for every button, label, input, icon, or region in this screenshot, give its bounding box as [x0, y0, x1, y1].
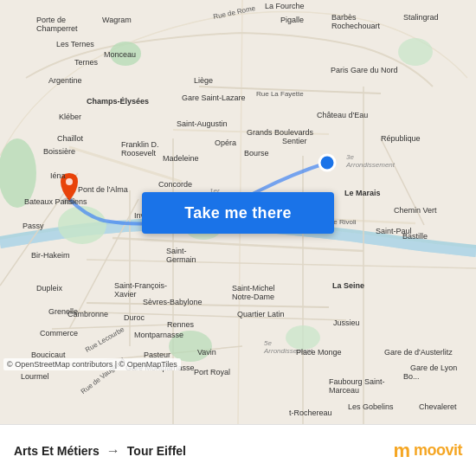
moovit-logo: m moovit — [393, 440, 462, 462]
map-container: Porte deChamperret Wagram Les Ternes Mon… — [0, 0, 476, 424]
svg-point-20 — [0, 138, 36, 208]
moovit-m-icon: m — [393, 440, 410, 462]
moovit-text: moovit — [414, 441, 462, 460]
svg-point-26 — [319, 155, 335, 170]
svg-point-28 — [66, 178, 73, 185]
route-info: Arts Et Métiers → Tour Eiffel — [14, 443, 186, 459]
route-arrow-icon: → — [106, 443, 120, 459]
svg-point-24 — [110, 42, 141, 66]
svg-point-22 — [169, 331, 212, 362]
route-to: Tour Eiffel — [127, 444, 186, 458]
map-attribution: © OpenStreetMap contributors | © OpenMap… — [3, 358, 181, 370]
route-from: Arts Et Métiers — [14, 444, 100, 458]
svg-point-25 — [398, 38, 433, 66]
footer-bar: Arts Et Métiers → Tour Eiffel m moovit — [0, 424, 476, 476]
svg-point-23 — [286, 325, 320, 350]
take-me-there-button[interactable]: Take me there — [142, 192, 334, 234]
